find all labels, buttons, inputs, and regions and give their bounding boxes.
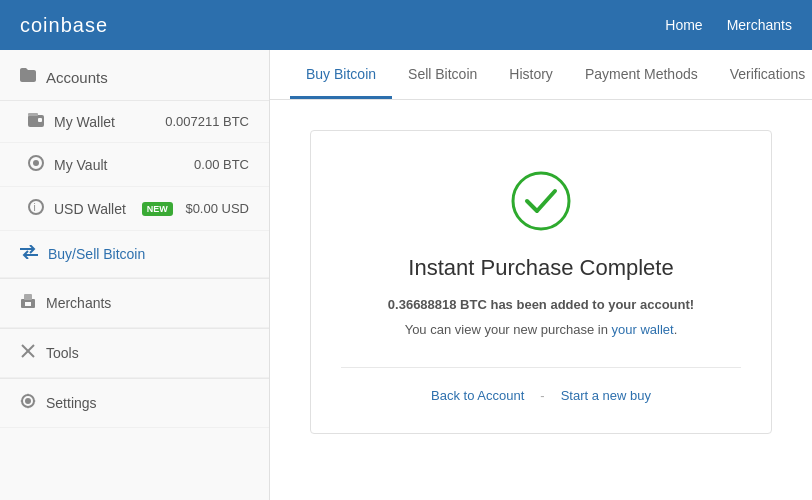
sidebar: Accounts My Wallet 0.007211 BTC My Vault…	[0, 50, 270, 500]
settings-label: Settings	[46, 395, 97, 411]
sidebar-item-my-wallet[interactable]: My Wallet 0.007211 BTC	[0, 101, 269, 143]
svg-rect-11	[25, 302, 31, 306]
sidebar-item-buy-sell[interactable]: Buy/Sell Bitcoin	[0, 231, 269, 278]
my-vault-label: My Vault	[54, 157, 107, 173]
back-to-account-link[interactable]: Back to Account	[431, 388, 524, 403]
tab-bar: Buy Bitcoin Sell Bitcoin History Payment…	[270, 50, 812, 100]
content-area: Instant Purchase Complete 0.36688818 BTC…	[270, 100, 812, 464]
home-nav-link[interactable]: Home	[665, 17, 702, 33]
success-title: Instant Purchase Complete	[341, 255, 741, 281]
top-nav: coinbase Home Merchants	[0, 0, 812, 50]
success-card: Instant Purchase Complete 0.36688818 BTC…	[310, 130, 772, 434]
top-nav-links: Home Merchants	[665, 17, 792, 33]
svg-rect-1	[38, 118, 42, 122]
sidebar-item-my-vault[interactable]: My Vault 0.00 BTC	[0, 143, 269, 187]
exchange-icon	[20, 245, 38, 263]
start-new-buy-link[interactable]: Start a new buy	[561, 388, 651, 403]
folder-icon	[20, 68, 36, 86]
svg-rect-2	[28, 113, 38, 116]
tab-history[interactable]: History	[493, 52, 569, 99]
tools-label: Tools	[46, 345, 79, 361]
success-divider	[341, 367, 741, 368]
main-content: Buy Bitcoin Sell Bitcoin History Payment…	[270, 50, 812, 500]
tab-payment-methods[interactable]: Payment Methods	[569, 52, 714, 99]
success-detail: 0.36688818 BTC has been added to your ac…	[341, 297, 741, 312]
svg-point-16	[513, 173, 569, 229]
svg-point-14	[25, 398, 31, 404]
my-wallet-value: 0.007211 BTC	[165, 114, 249, 129]
my-vault-value: 0.00 BTC	[194, 157, 249, 172]
logo: coinbase	[20, 14, 108, 37]
new-badge: NEW	[142, 202, 173, 216]
usd-wallet-label: USD Wallet	[54, 201, 126, 217]
merchants-label: Merchants	[46, 295, 111, 311]
tools-icon	[20, 343, 36, 363]
accounts-section-header: Accounts	[0, 50, 269, 101]
success-icon	[511, 171, 571, 231]
success-sub-after: .	[674, 322, 678, 337]
svg-point-4	[33, 160, 39, 166]
merchants-icon	[20, 293, 36, 313]
your-wallet-link[interactable]: your wallet	[612, 322, 674, 337]
sidebar-item-usd-wallet[interactable]: i USD Wallet NEW $0.00 USD	[0, 187, 269, 231]
success-sub-before: You can view your new purchase in	[405, 322, 612, 337]
vault-icon	[28, 155, 44, 174]
svg-rect-10	[24, 294, 32, 300]
wallet-icon	[28, 113, 44, 130]
merchants-nav-link[interactable]: Merchants	[727, 17, 792, 33]
action-separator: -	[540, 388, 544, 403]
tab-sell-bitcoin[interactable]: Sell Bitcoin	[392, 52, 493, 99]
success-actions: Back to Account - Start a new buy	[341, 388, 741, 403]
my-wallet-label: My Wallet	[54, 114, 115, 130]
buy-sell-label: Buy/Sell Bitcoin	[48, 246, 145, 262]
accounts-label: Accounts	[46, 69, 108, 86]
sidebar-item-tools[interactable]: Tools	[0, 329, 269, 378]
info-icon: i	[28, 199, 44, 218]
sidebar-item-settings[interactable]: Settings	[0, 379, 269, 428]
svg-text:i: i	[34, 202, 36, 213]
tab-verifications[interactable]: Verifications	[714, 52, 812, 99]
usd-wallet-value: $0.00 USD	[185, 201, 249, 216]
svg-point-5	[29, 200, 43, 214]
sidebar-item-merchants[interactable]: Merchants	[0, 279, 269, 328]
success-sub: You can view your new purchase in your w…	[341, 322, 741, 337]
settings-icon	[20, 393, 36, 413]
tab-buy-bitcoin[interactable]: Buy Bitcoin	[290, 52, 392, 99]
